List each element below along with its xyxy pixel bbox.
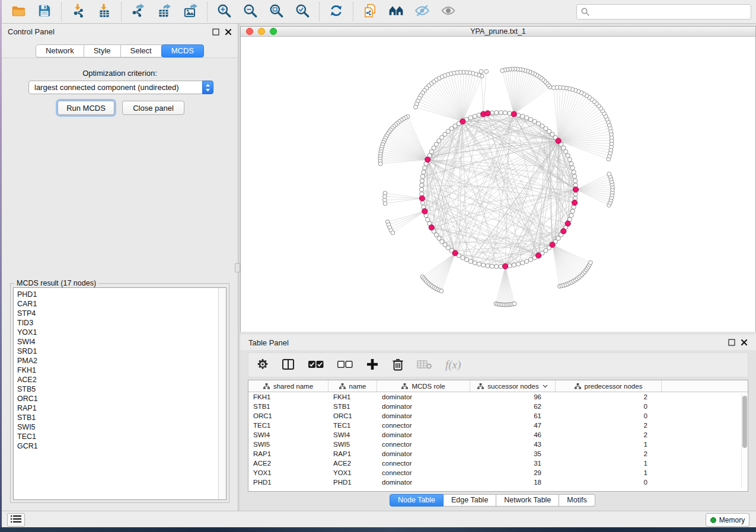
search-input[interactable] <box>576 4 751 20</box>
column-header-shared-name[interactable]: shared name <box>248 380 328 392</box>
mcds-hub-node[interactable] <box>503 264 508 269</box>
mcds-hub-node[interactable] <box>511 111 516 117</box>
network-leaf-node[interactable] <box>500 69 505 73</box>
network-leaf-node[interactable] <box>512 302 516 306</box>
network-node[interactable] <box>570 209 575 213</box>
mcds-hub-node[interactable] <box>422 209 428 214</box>
export-table-button[interactable] <box>156 4 173 20</box>
network-leaf-node[interactable] <box>479 69 483 73</box>
select-all-button[interactable] <box>308 356 324 374</box>
open-file-button[interactable] <box>10 4 27 20</box>
network-node[interactable] <box>461 255 465 259</box>
network-node[interactable] <box>569 213 573 217</box>
mcds-hub-node[interactable] <box>572 200 577 206</box>
table-row[interactable]: SWI4SWI4dominator462 <box>248 430 748 440</box>
network-node[interactable] <box>573 179 578 183</box>
mcds-result-item[interactable]: STP4 <box>17 309 226 318</box>
network-node[interactable] <box>572 170 576 174</box>
optimization-criterion-dropdown[interactable]: largest connected component (undirected) <box>28 81 213 94</box>
refresh-button[interactable] <box>328 4 344 20</box>
mcds-result-item[interactable]: ORC1 <box>17 394 226 403</box>
mcds-hub-node[interactable] <box>561 229 566 234</box>
first-neighbors-button[interactable] <box>388 4 404 20</box>
zoom-selected-button[interactable] <box>294 4 311 20</box>
mcds-hub-node[interactable] <box>550 242 555 248</box>
mcds-hub-node[interactable] <box>425 157 430 162</box>
float-table-panel-icon[interactable] <box>728 339 735 346</box>
network-node[interactable] <box>503 111 508 115</box>
network-leaf-node[interactable] <box>589 261 593 265</box>
scrollbar-thumb[interactable] <box>742 396 747 448</box>
import-network-button[interactable] <box>70 4 87 20</box>
show-columns-button[interactable] <box>282 356 295 374</box>
tab-motifs[interactable]: Motifs <box>559 494 595 507</box>
network-node[interactable] <box>525 259 529 264</box>
run-mcds-button[interactable]: Run MCDS <box>58 101 114 115</box>
network-node[interactable] <box>572 174 576 178</box>
mcds-hub-node[interactable] <box>460 118 465 124</box>
column-header-MCDS-role[interactable]: MCDS role <box>377 380 470 392</box>
table-row[interactable]: ACE2ACE2connector311 <box>248 459 748 468</box>
close-table-panel-icon[interactable] <box>741 339 748 346</box>
result-list-scrollbar[interactable] <box>218 288 226 499</box>
table-row[interactable]: ORC1ORC1dominator610 <box>248 411 748 421</box>
network-node[interactable] <box>481 263 486 267</box>
network-leaf-node[interactable] <box>378 162 382 166</box>
show-all-button[interactable] <box>440 4 457 20</box>
deselect-all-button[interactable] <box>337 356 353 374</box>
mcds-hub-node[interactable] <box>556 138 561 143</box>
hide-selected-button[interactable] <box>414 4 430 20</box>
network-node[interactable] <box>521 261 525 265</box>
table-vertical-scrollbar[interactable] <box>741 393 747 488</box>
tab-select[interactable]: Select <box>121 44 162 57</box>
table-row[interactable]: PHD1PHD1dominator180 <box>248 477 748 487</box>
table-row[interactable]: YOX1YOX1connector291 <box>248 468 748 477</box>
network-node[interactable] <box>528 258 532 262</box>
zoom-fit-button[interactable] <box>268 4 285 20</box>
table-row[interactable]: STB1STB1dominator620 <box>248 402 748 411</box>
mcds-result-item[interactable]: FKH1 <box>17 366 226 375</box>
tab-node-table[interactable]: Node Table <box>390 494 444 507</box>
network-node[interactable] <box>495 264 499 268</box>
network-node[interactable] <box>423 166 427 170</box>
network-node[interactable] <box>570 166 575 170</box>
network-node[interactable] <box>499 110 503 114</box>
network-leaf-node[interactable] <box>551 86 556 90</box>
network-node[interactable] <box>528 117 532 121</box>
network-window-titlebar[interactable]: YPA_prune.txt_1 <box>240 26 756 37</box>
column-header-predecessor-nodes[interactable]: predecessor nodes <box>556 380 662 392</box>
mcds-result-item[interactable]: STB1 <box>17 413 226 422</box>
mcds-result-item[interactable]: RAP1 <box>17 403 226 413</box>
network-node[interactable] <box>521 114 525 118</box>
mcds-hub-node[interactable] <box>565 221 570 226</box>
tab-style[interactable]: Style <box>84 44 121 57</box>
network-leaf-node[interactable] <box>414 105 418 109</box>
network-canvas[interactable] <box>241 37 755 331</box>
mcds-hub-node[interactable] <box>419 196 425 201</box>
network-node[interactable] <box>495 110 499 114</box>
tab-mcds[interactable]: MCDS <box>161 44 204 57</box>
tab-edge-table[interactable]: Edge Table <box>444 494 496 507</box>
mcds-result-item[interactable]: GCR1 <box>17 441 226 451</box>
network-leaf-node[interactable] <box>439 289 444 293</box>
network-node[interactable] <box>537 121 541 126</box>
column-header-successor-nodes[interactable]: successor nodes <box>470 380 556 392</box>
network-node[interactable] <box>420 174 425 178</box>
delete-column-button[interactable] <box>392 356 404 374</box>
mcds-hub-node[interactable] <box>429 225 434 230</box>
close-panel-icon[interactable] <box>225 28 232 36</box>
tab-network-table[interactable]: Network Table <box>496 494 559 507</box>
table-row[interactable]: FKH1FKH1dominator962 <box>248 392 748 402</box>
mcds-result-item[interactable]: TID3 <box>17 318 226 328</box>
network-leaf-node[interactable] <box>484 69 489 73</box>
mcds-result-item[interactable]: CAR1 <box>17 299 226 309</box>
mcds-result-item[interactable]: SWI4 <box>17 337 226 347</box>
network-node[interactable] <box>473 261 477 265</box>
mcds-result-list[interactable]: PHD1CAR1STP4TID3YOX1SWI4SRD1PMA2FKH1ACE2… <box>13 287 227 500</box>
network-node[interactable] <box>525 116 529 120</box>
zoom-out-button[interactable] <box>242 4 259 20</box>
mcds-hub-node[interactable] <box>536 253 541 258</box>
export-network-button[interactable] <box>130 4 146 20</box>
save-session-button[interactable] <box>36 4 53 20</box>
network-node[interactable] <box>420 179 424 183</box>
